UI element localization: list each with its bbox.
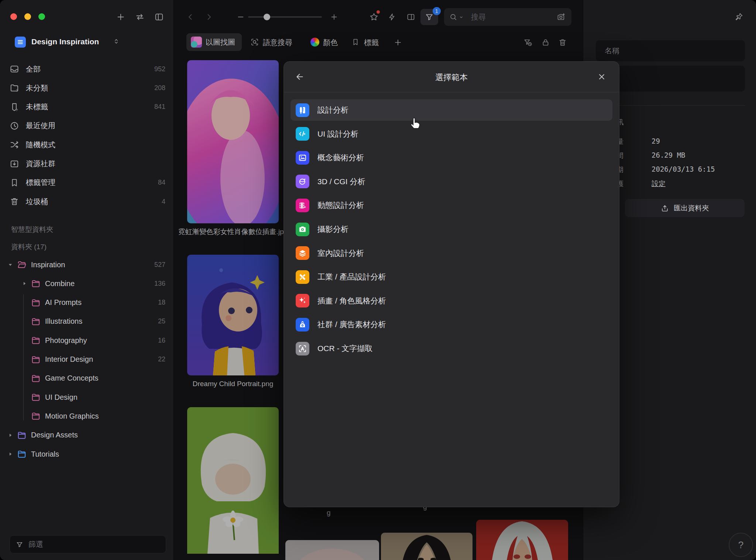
app-window: Design Inspiration 全部952?未分類208?未標籤841最近… <box>0 0 756 560</box>
sidebar-item-0[interactable]: 全部952 <box>10 61 165 77</box>
pin-icon[interactable] <box>735 12 743 21</box>
tree-folder-photography[interactable]: Photography16 <box>7 332 165 348</box>
template-item-6[interactable]: 室內設計分析 <box>291 243 612 264</box>
template-item-9[interactable]: 社群 / 廣告素材分析 <box>291 314 612 335</box>
search-icon <box>449 13 457 21</box>
info-row-value: 26.29 MB <box>652 151 685 159</box>
tree-folder-count: 16 <box>158 337 165 344</box>
template-item-2[interactable]: 概念藝術分析 <box>291 147 612 168</box>
svg-text:?: ? <box>16 108 18 112</box>
partial-caption: g <box>327 509 331 517</box>
tree-folder-game-concepts[interactable]: Game Concepts <box>7 370 165 386</box>
template-item-7[interactable]: 工業 / 產品設計分析 <box>291 266 612 288</box>
thumbnail-size-slider[interactable] <box>248 16 322 18</box>
zoom-in-icon[interactable] <box>330 13 338 21</box>
template-item-1[interactable]: UI 設計分析 <box>291 123 612 145</box>
sidebar-item-7[interactable]: 垃圾桶4 <box>10 193 165 210</box>
sidebar-item-2[interactable]: ?未標籤841 <box>10 99 165 115</box>
search-by-image-chip[interactable]: 以圖找圖 <box>186 33 242 51</box>
nav-back-icon[interactable] <box>186 13 195 21</box>
toggle-sidebar-icon[interactable] <box>154 12 164 22</box>
asset-card-dreamy-child[interactable] <box>187 255 279 375</box>
disclosure-right-icon[interactable] <box>7 432 14 439</box>
quick-actions-icon[interactable] <box>388 13 396 21</box>
chevron-down-icon[interactable] <box>459 15 464 20</box>
sidebar: Design Inspiration 全部952?未分類208?未標籤841最近… <box>0 0 174 560</box>
sort-toggle-icon[interactable] <box>135 12 145 22</box>
tag-bookmark-icon[interactable] <box>351 38 360 46</box>
semantic-search-icon[interactable] <box>250 38 259 47</box>
tree-folder-interior-design[interactable]: Interior Design22 <box>7 351 165 368</box>
template-item-3[interactable]: 3D / CGI 分析 <box>291 171 612 192</box>
asset-card-neon-portrait[interactable] <box>187 60 279 223</box>
trash-icon[interactable] <box>558 38 567 47</box>
tree-folder-motion-graphics[interactable]: Motion Graphics <box>7 408 165 424</box>
zoom-window-button[interactable] <box>38 13 45 20</box>
library-name[interactable]: Design Inspiration <box>31 37 99 46</box>
close-window-button[interactable] <box>10 13 17 20</box>
sidebar-item-5[interactable]: 資源社群 <box>10 156 165 172</box>
asset-card-partial-2[interactable] <box>381 533 472 560</box>
modal-divider <box>284 92 619 92</box>
tpl-motion-icon <box>296 199 309 212</box>
search-input[interactable]: 搜尋 <box>444 8 571 26</box>
tree-folder-label: Illustrations <box>45 317 82 326</box>
tree-folder-combine[interactable]: Combine136 <box>7 275 165 292</box>
info-row-value-link[interactable]: 設定 <box>652 179 666 189</box>
tree-folder-label: Combine <box>45 279 75 288</box>
color-filter-label[interactable]: 顏色 <box>323 38 338 48</box>
template-item-0[interactable]: 設計分析 <box>291 99 612 121</box>
lock-icon[interactable] <box>541 38 550 47</box>
library-icon[interactable] <box>15 37 26 48</box>
slider-knob[interactable] <box>264 14 270 20</box>
tree-folder-ui-design[interactable]: UI Design <box>7 389 165 405</box>
template-item-4[interactable]: 動態設計分析 <box>291 195 612 216</box>
plugins-icon[interactable] <box>369 12 379 22</box>
sidebar-item-label: 資源社群 <box>26 159 55 169</box>
nav-forward-icon[interactable] <box>205 13 213 21</box>
sidebar-item-3[interactable]: 最近使用 <box>10 118 165 134</box>
template-item-10[interactable]: OCR - 文字擷取 <box>291 338 612 359</box>
tree-folder-ai-prompts[interactable]: AI Prompts18 <box>7 295 165 311</box>
notification-dot <box>377 10 380 14</box>
asset-caption[interactable]: Dreamy Child Portrait.png <box>178 379 288 389</box>
tree-folder-design-assets[interactable]: Design Assets <box>7 427 165 443</box>
image-search-camera-icon[interactable] <box>557 13 566 21</box>
bookmark-icon <box>10 178 19 188</box>
add-filter-icon[interactable] <box>394 38 402 47</box>
sidebar-item-1[interactable]: ?未分類208 <box>10 80 165 96</box>
sidebar-item-label: 未標籤 <box>26 102 48 112</box>
close-icon[interactable] <box>597 72 606 81</box>
minimize-window-button[interactable] <box>24 13 31 20</box>
disclosure-right-icon[interactable] <box>21 280 28 287</box>
sidebar-filter-input[interactable]: 篩選 <box>10 535 166 553</box>
asset-caption[interactable]: 霓虹漸變色彩女性肖像數位插畫.jpg <box>178 227 288 237</box>
layout-view-icon[interactable] <box>406 13 415 21</box>
semantic-search-label[interactable]: 語意搜尋 <box>263 38 292 48</box>
asset-card-partial-3[interactable] <box>476 520 568 560</box>
asset-card-partial-1[interactable] <box>285 540 379 560</box>
library-switch-chevron-icon[interactable] <box>113 38 120 45</box>
tpl-ocr-icon <box>296 342 309 355</box>
export-folder-button[interactable]: 匯出資料夾 <box>625 199 745 217</box>
disclosure-down-icon[interactable] <box>7 261 14 268</box>
asset-card-green-portrait[interactable] <box>187 407 279 554</box>
template-item-5[interactable]: 攝影分析 <box>291 219 612 240</box>
tree-folder-tutorials[interactable]: Tutorials <box>7 446 165 462</box>
sidebar-item-6[interactable]: 標籤管理84 <box>10 175 165 191</box>
template-item-8[interactable]: 插畫 / 角色風格分析 <box>291 290 612 312</box>
filter-history-icon[interactable] <box>523 38 532 47</box>
sidebar-item-4[interactable]: 隨機模式 <box>10 137 165 153</box>
folder-name-field[interactable] <box>596 40 745 61</box>
color-wheel-icon[interactable] <box>310 38 319 47</box>
sidebar-item-label: 最近使用 <box>26 121 55 131</box>
tag-filter-label[interactable]: 標籤 <box>364 38 379 48</box>
tree-folder-label: Game Concepts <box>45 374 99 382</box>
tree-folder-inspiration[interactable]: Inspiration527 <box>7 257 165 273</box>
tree-folder-illustrations[interactable]: Illustrations25 <box>7 313 165 330</box>
template-item-label: 攝影分析 <box>317 224 348 234</box>
new-item-button[interactable] <box>116 12 126 22</box>
zoom-out-icon[interactable] <box>237 13 245 21</box>
disclosure-right-icon[interactable] <box>7 450 14 458</box>
help-button[interactable]: ? <box>729 533 753 557</box>
